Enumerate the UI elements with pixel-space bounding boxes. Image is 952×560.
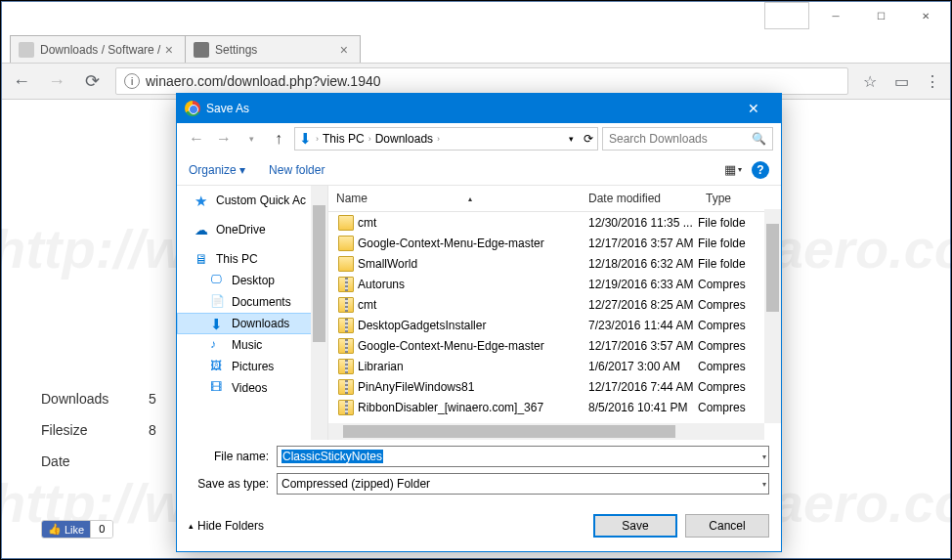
breadcrumb-item[interactable]: This PC <box>323 132 365 146</box>
tab-settings[interactable]: Settings × <box>185 35 361 63</box>
window-blank-button[interactable] <box>764 2 809 29</box>
column-type[interactable]: Type <box>698 190 758 207</box>
tree-item-pictures[interactable]: 🖼Pictures <box>177 356 327 377</box>
star-icon: ★ <box>195 193 210 208</box>
tree-item-videos[interactable]: 🎞Videos <box>177 377 327 399</box>
nav-back-button[interactable]: ← <box>185 127 208 151</box>
facebook-like[interactable]: 👍 Like 0 <box>41 520 113 538</box>
file-name: Librarian <box>358 360 581 373</box>
window-minimize-button[interactable]: ─ <box>813 2 858 29</box>
refresh-icon[interactable]: ⟳ <box>584 132 593 146</box>
breadcrumb[interactable]: ⬇ › This PC › Downloads › ▾ ⟳ <box>294 127 598 151</box>
thumbs-up-icon: 👍 <box>48 523 62 536</box>
dialog-titlebar[interactable]: Save As ✕ <box>177 94 781 123</box>
tab-close-icon[interactable]: × <box>336 42 352 58</box>
window-maximize-button[interactable]: ☐ <box>858 2 903 29</box>
chevron-right-icon: › <box>316 134 319 144</box>
chevron-right-icon: › <box>437 134 440 144</box>
pc-icon: 🖥 <box>195 251 210 267</box>
search-icon: 🔍 <box>752 132 766 146</box>
file-row[interactable]: Google-Context-Menu-Edge-master12/17/201… <box>328 233 781 253</box>
tree-scrollbar[interactable] <box>311 186 327 440</box>
cancel-button[interactable]: Cancel <box>685 514 769 538</box>
help-icon[interactable]: ? <box>752 161 769 179</box>
file-row[interactable]: Google-Context-Menu-Edge-master12/17/201… <box>328 335 781 356</box>
saveastype-select[interactable]: Compressed (zipped) Folder ▾ <box>277 473 769 495</box>
column-name[interactable]: Name▴ <box>328 190 581 207</box>
file-row[interactable]: cmt12/27/2016 8:25 AMCompres <box>328 294 781 315</box>
filename-label: File name: <box>189 450 277 463</box>
save-as-dialog: Save As ✕ ← → ▾ ↑ ⬇ › This PC › Download… <box>176 93 782 552</box>
chevron-down-icon[interactable]: ▾ <box>762 452 766 461</box>
tree-item-onedrive[interactable]: ☁OneDrive <box>177 219 327 240</box>
file-scrollbar-vertical[interactable] <box>764 209 781 423</box>
file-type: Compres <box>698 380 758 394</box>
file-row[interactable]: Librarian1/6/2017 3:00 AMCompres <box>328 356 781 376</box>
file-row[interactable]: RibbonDisabler_[winaero.com]_3678/5/2016… <box>328 397 781 417</box>
file-date: 12/30/2016 11:35 ... <box>581 216 698 230</box>
reload-button[interactable]: ⟳ <box>80 69 104 93</box>
save-button[interactable]: Save <box>593 514 677 538</box>
address-bar[interactable]: i winaero.com/download.php?view.1940 <box>115 67 848 95</box>
tab-close-icon[interactable]: × <box>161 42 177 58</box>
menu-icon[interactable]: ⋮ <box>923 71 942 91</box>
search-input[interactable]: Search Downloads 🔍 <box>602 127 773 151</box>
file-type: File folde <box>698 237 758 250</box>
scrollbar-thumb[interactable] <box>313 205 325 342</box>
extension-icon[interactable]: ▭ <box>891 71 911 91</box>
music-icon: ♪ <box>210 337 226 353</box>
window-titlebar: ─ ☐ ✕ <box>2 2 950 29</box>
file-row[interactable]: SmallWorld12/18/2016 6:32 AMFile folde <box>328 253 781 274</box>
fb-like-count: 0 <box>90 521 112 538</box>
filename-input[interactable]: ClassicStickyNotes ▾ <box>277 446 769 467</box>
tree-item-label: Desktop <box>232 274 275 287</box>
hide-folders-label: Hide Folders <box>197 519 264 533</box>
page-meta: Downloads5 Filesize8 Date <box>41 383 156 477</box>
back-button[interactable]: ← <box>10 69 33 93</box>
chrome-icon <box>185 101 200 116</box>
nav-recent-button[interactable]: ▾ <box>239 127 263 151</box>
chevron-down-icon[interactable]: ▾ <box>762 480 766 489</box>
window-close-button[interactable]: ✕ <box>903 2 948 29</box>
scrollbar-thumb[interactable] <box>343 425 675 438</box>
file-name: PinAnyFileWindows81 <box>358 380 581 394</box>
forward-button[interactable]: → <box>45 69 68 93</box>
tree-item-downloads[interactable]: ⬇Downloads <box>177 313 327 334</box>
file-date: 1/6/2017 3:00 AM <box>581 360 698 373</box>
file-scrollbar-horizontal[interactable] <box>328 423 764 440</box>
column-date[interactable]: Date modified <box>581 190 698 207</box>
tree-item-this-pc[interactable]: 🖥This PC <box>177 248 327 270</box>
tree-item-custom-quick-ac[interactable]: ★Custom Quick Ac <box>177 190 327 211</box>
file-row[interactable]: Autoruns12/19/2016 6:33 AMCompres <box>328 274 781 294</box>
new-folder-button[interactable]: New folder <box>269 163 325 177</box>
file-row[interactable]: DesktopGadgetsInstaller7/23/2016 11:44 A… <box>328 315 781 335</box>
folder-tree[interactable]: ★Custom Quick Ac☁OneDrive🖥This PC🖵Deskto… <box>177 186 328 440</box>
file-row[interactable]: PinAnyFileWindows8112/17/2016 7:44 AMCom… <box>328 376 781 397</box>
tree-item-desktop[interactable]: 🖵Desktop <box>177 270 327 291</box>
fb-like-button[interactable]: 👍 Like <box>42 521 90 538</box>
tab-title: Settings <box>215 43 257 57</box>
organize-menu[interactable]: Organize ▾ <box>189 163 245 177</box>
file-date: 12/27/2016 8:25 AM <box>581 298 698 312</box>
dialog-toolbar: Organize ▾ New folder ▦ ▾ ? <box>177 154 781 186</box>
scrollbar-thumb[interactable] <box>766 224 779 312</box>
file-date: 12/19/2016 6:33 AM <box>581 278 698 291</box>
dialog-close-button[interactable]: ✕ <box>734 94 773 123</box>
tab-downloads[interactable]: Downloads / Software / × <box>10 35 186 63</box>
zip-icon <box>338 318 354 333</box>
tree-item-music[interactable]: ♪Music <box>177 334 327 356</box>
file-list: Name▴ Date modified Type cmt12/30/2016 1… <box>328 186 781 440</box>
sort-asc-icon: ▴ <box>468 194 472 203</box>
chevron-down-icon[interactable]: ▾ <box>569 134 574 144</box>
hide-folders-button[interactable]: ▴ Hide Folders <box>189 519 264 533</box>
nav-forward-button[interactable]: → <box>212 127 236 151</box>
view-options-button[interactable]: ▦ ▾ <box>724 162 742 177</box>
file-row[interactable]: cmt12/30/2016 11:35 ...File folde <box>328 212 781 233</box>
site-info-icon[interactable]: i <box>124 73 140 89</box>
meta-label: Date <box>41 446 149 477</box>
tree-item-documents[interactable]: 📄Documents <box>177 291 327 313</box>
breadcrumb-item[interactable]: Downloads <box>375 132 433 146</box>
file-date: 7/23/2016 11:44 AM <box>581 319 698 332</box>
nav-up-button[interactable]: ↑ <box>267 127 290 151</box>
bookmark-star-icon[interactable]: ☆ <box>860 71 880 91</box>
